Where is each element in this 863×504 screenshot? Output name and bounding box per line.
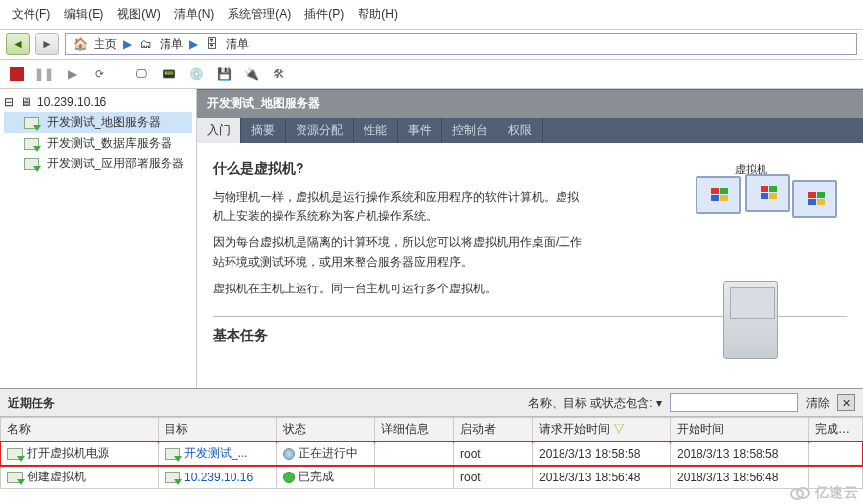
sort-desc-icon: ▽ bbox=[613, 422, 625, 436]
addr-inv2[interactable]: 清单 bbox=[226, 36, 249, 53]
clear-button[interactable]: 清除 bbox=[806, 395, 830, 411]
vm-icon bbox=[24, 117, 39, 129]
vm-icon bbox=[24, 138, 39, 150]
play-button[interactable]: ▶ bbox=[61, 64, 83, 84]
tab-getting-started[interactable]: 入门 bbox=[197, 118, 241, 143]
console-button[interactable]: 🖵 bbox=[130, 64, 152, 84]
inventory-icon: 🗄 bbox=[204, 36, 220, 52]
status-icon bbox=[283, 472, 295, 483]
target-link[interactable]: 开发测试_... bbox=[184, 446, 248, 460]
host-icon: 🖥 bbox=[18, 94, 33, 110]
tasks-title: 近期任务 bbox=[8, 395, 55, 411]
tab-events[interactable]: 事件 bbox=[398, 118, 442, 143]
tree-vm-label: 开发测试_应用部署服务器 bbox=[47, 156, 184, 172]
close-panel-button[interactable]: ✕ bbox=[837, 394, 855, 411]
stop-icon bbox=[10, 67, 24, 81]
tree-vm-1[interactable]: 开发测试_数据库服务器 bbox=[4, 133, 192, 154]
menu-view[interactable]: 视图(W) bbox=[113, 4, 164, 25]
collapse-icon[interactable]: ⊟ bbox=[4, 95, 14, 109]
task-icon bbox=[7, 448, 23, 460]
home-icon[interactable]: 🏠 bbox=[72, 36, 88, 52]
chevron-right-icon: ▶ bbox=[189, 37, 198, 51]
tab-permissions[interactable]: 权限 bbox=[498, 118, 543, 143]
menu-file[interactable]: 文件(F) bbox=[8, 4, 54, 25]
col-end-time[interactable]: 完成时间 bbox=[809, 418, 863, 442]
vm-toolbar: ❚❚ ▶ ⟳ 🖵 📟 💿 💾 🔌 🛠 bbox=[0, 60, 863, 89]
address-bar[interactable]: 🏠 主页 ▶ 🗂 清单 ▶ 🗄 清单 bbox=[65, 33, 857, 55]
monitor-icon bbox=[745, 174, 790, 212]
menu-plugins[interactable]: 插件(P) bbox=[300, 4, 348, 25]
filter-input[interactable] bbox=[670, 393, 798, 412]
cd-button[interactable]: 💿 bbox=[185, 64, 207, 84]
menu-edit[interactable]: 编辑(E) bbox=[60, 4, 107, 25]
menu-inventory[interactable]: 清单(N) bbox=[170, 4, 219, 25]
back-button[interactable]: ◄ bbox=[6, 33, 30, 55]
target-icon bbox=[165, 472, 180, 483]
monitor-icon bbox=[696, 176, 741, 214]
col-req-time[interactable]: 请求开始时间 ▽ bbox=[533, 418, 671, 442]
target-icon bbox=[165, 448, 180, 460]
table-row[interactable]: 创建虚拟机10.239.10.16已完成root2018/3/13 18:56:… bbox=[1, 466, 863, 489]
addr-inv1[interactable]: 清单 bbox=[160, 36, 183, 53]
vm-icon bbox=[24, 158, 39, 170]
col-target[interactable]: 目标 bbox=[159, 418, 277, 442]
task-icon bbox=[7, 472, 23, 483]
status-icon bbox=[283, 448, 295, 460]
tab-summary[interactable]: 摘要 bbox=[241, 118, 286, 143]
inventory-icon: 🗂 bbox=[138, 36, 154, 52]
floppy-button[interactable]: 💾 bbox=[213, 64, 234, 84]
tree-host[interactable]: ⊟ 🖥 10.239.10.16 bbox=[4, 93, 192, 112]
whatvm-p2: 因为每台虚拟机是隔离的计算环境，所以您可以将虚拟机用作桌面/工作站环境或测试环境… bbox=[213, 233, 587, 271]
content-title: 开发测试_地图服务器 bbox=[197, 89, 863, 118]
filter-label: 名称、目标 或状态包含: ▾ bbox=[528, 395, 662, 411]
col-start-time[interactable]: 开始时间 bbox=[671, 418, 809, 442]
menu-sysadmin[interactable]: 系统管理(A) bbox=[224, 4, 295, 25]
chevron-right-icon: ▶ bbox=[123, 37, 132, 51]
whatvm-p3: 虚拟机在主机上运行。同一台主机可运行多个虚拟机。 bbox=[213, 280, 587, 298]
tasks-table: 名称 目标 状态 详细信息 启动者 请求开始时间 ▽ 开始时间 完成时间 打开虚… bbox=[0, 417, 863, 489]
tab-resource[interactable]: 资源分配 bbox=[286, 118, 354, 143]
server-tower-icon bbox=[723, 281, 778, 359]
tree-host-label: 10.239.10.16 bbox=[37, 95, 106, 109]
inventory-tree: ⊟ 🖥 10.239.10.16 开发测试_地图服务器 开发测试_数据库服务器 … bbox=[0, 89, 197, 388]
tasks-header: 近期任务 名称、目标 或状态包含: ▾ 清除 ✕ bbox=[0, 389, 863, 417]
tabs: 入门 摘要 资源分配 性能 事件 控制台 权限 bbox=[197, 118, 863, 143]
pause-button[interactable]: ❚❚ bbox=[33, 64, 55, 84]
tree-vm-label: 开发测试_数据库服务器 bbox=[47, 135, 172, 152]
tab-console[interactable]: 控制台 bbox=[442, 118, 498, 143]
tasks-header-row: 名称 目标 状态 详细信息 启动者 请求开始时间 ▽ 开始时间 完成时间 bbox=[1, 418, 863, 442]
menubar: 文件(F) 编辑(E) 视图(W) 清单(N) 系统管理(A) 插件(P) 帮助… bbox=[0, 0, 863, 30]
reset-button[interactable]: ⟳ bbox=[89, 64, 110, 84]
col-name[interactable]: 名称 bbox=[1, 418, 159, 442]
vm-illustration: 虚拟机 bbox=[652, 162, 849, 359]
addr-home[interactable]: 主页 bbox=[94, 36, 117, 53]
tree-vm-0[interactable]: 开发测试_地图服务器 bbox=[4, 112, 192, 133]
tab-performance[interactable]: 性能 bbox=[354, 118, 398, 143]
device-button[interactable]: 🔌 bbox=[240, 64, 262, 84]
table-row[interactable]: 打开虚拟机电源开发测试_...正在进行中root2018/3/13 18:58:… bbox=[1, 442, 863, 466]
forward-button[interactable]: ► bbox=[35, 33, 59, 55]
col-details[interactable]: 详细信息 bbox=[375, 418, 454, 442]
target-link[interactable]: 10.239.10.16 bbox=[184, 471, 253, 484]
content-body: 什么是虚拟机? 与物理机一样，虚拟机是运行操作系统和应用程序的软件计算机。虚拟机… bbox=[197, 143, 863, 388]
col-initiator[interactable]: 启动者 bbox=[454, 418, 533, 442]
navbar: ◄ ► 🏠 主页 ▶ 🗂 清单 ▶ 🗄 清单 bbox=[0, 30, 863, 60]
tree-vm-label: 开发测试_地图服务器 bbox=[47, 114, 161, 131]
content-panel: 开发测试_地图服务器 入门 摘要 资源分配 性能 事件 控制台 权限 什么是虚拟… bbox=[197, 89, 863, 388]
snapshot-button[interactable]: 📟 bbox=[158, 64, 179, 84]
poweroff-button[interactable] bbox=[6, 64, 28, 84]
settings-button[interactable]: 🛠 bbox=[268, 64, 290, 84]
col-status[interactable]: 状态 bbox=[277, 418, 375, 442]
monitor-icon bbox=[792, 180, 837, 218]
whatvm-p1: 与物理机一样，虚拟机是运行操作系统和应用程序的软件计算机。虚拟机上安装的操作系统… bbox=[213, 188, 587, 225]
tree-vm-2[interactable]: 开发测试_应用部署服务器 bbox=[4, 154, 192, 174]
menu-help[interactable]: 帮助(H) bbox=[354, 4, 402, 25]
